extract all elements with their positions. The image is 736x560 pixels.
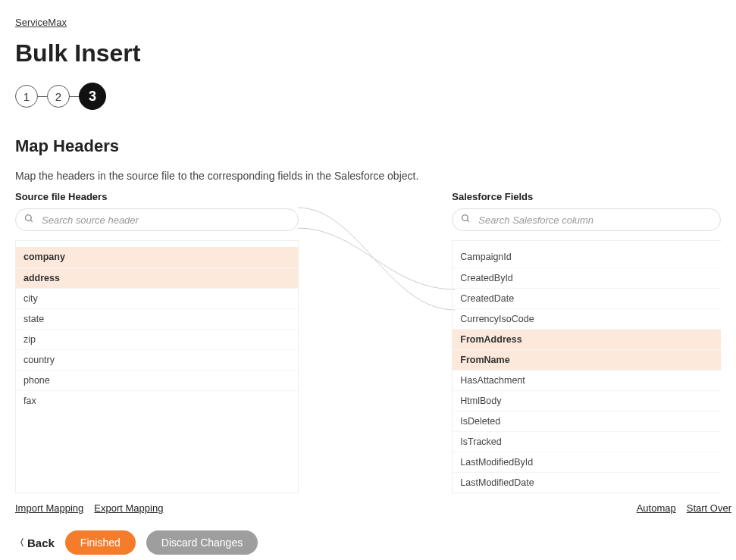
salesforce-row-campaignid[interactable]: CampaignId xyxy=(453,247,721,267)
salesforce-row-lastmodifieddate[interactable]: LastModifiedDate xyxy=(453,472,721,493)
salesforce-row-htmlbody[interactable]: HtmlBody xyxy=(453,390,721,411)
source-row-phone[interactable]: phone xyxy=(16,370,298,390)
salesforce-row-hasattachment[interactable]: HasAttachment xyxy=(453,370,721,390)
finished-button[interactable]: Finished xyxy=(65,530,136,555)
import-mapping-link[interactable]: Import Mapping xyxy=(15,502,83,514)
source-search-input[interactable] xyxy=(15,208,299,231)
source-row-address[interactable]: address xyxy=(16,267,298,288)
source-headers-label: Source file Headers xyxy=(15,191,299,202)
source-row-company[interactable]: company xyxy=(16,247,298,267)
salesforce-row-fromname[interactable]: FromName xyxy=(453,349,721,370)
salesforce-row-currencyisocode[interactable]: CurrencyIsoCode xyxy=(453,308,721,329)
page-title: Bulk Insert xyxy=(15,39,721,67)
step-connector xyxy=(70,96,79,97)
back-button[interactable]: 〈 Back xyxy=(15,537,55,549)
step-2[interactable]: 2 xyxy=(47,85,70,108)
svg-line-1 xyxy=(30,220,33,222)
step-3[interactable]: 3 xyxy=(79,83,106,110)
salesforce-search-input[interactable] xyxy=(452,208,721,231)
chevron-left-icon: 〈 xyxy=(15,537,24,549)
step-connector xyxy=(38,96,47,97)
salesforce-fields-label: Salesforce Fields xyxy=(452,191,721,202)
search-icon xyxy=(461,214,471,226)
back-label: Back xyxy=(27,537,55,549)
salesforce-row-fromaddress[interactable]: FromAddress xyxy=(453,329,721,349)
mapping-connectors xyxy=(298,191,455,444)
start-over-link[interactable]: Start Over xyxy=(687,502,731,514)
section-description: Map the headers in the source file to th… xyxy=(15,170,721,182)
source-row-country[interactable]: country xyxy=(16,349,298,370)
stepper: 1 2 3 xyxy=(15,83,721,110)
source-row-city[interactable]: city xyxy=(16,288,298,308)
automap-link[interactable]: Automap xyxy=(637,502,676,514)
source-list: companyaddresscitystatezipcountryphonefa… xyxy=(15,240,299,493)
discard-button[interactable]: Discard Changes xyxy=(146,530,258,555)
salesforce-row-lastmodifiedbyid[interactable]: LastModifiedById xyxy=(453,452,721,472)
section-title: Map Headers xyxy=(15,136,721,156)
svg-point-0 xyxy=(26,215,32,221)
source-row-zip[interactable]: zip xyxy=(16,329,298,349)
search-icon xyxy=(24,214,34,226)
salesforce-row-createddate[interactable]: CreatedDate xyxy=(453,288,721,308)
source-row-fax[interactable]: fax xyxy=(16,390,298,411)
breadcrumb-link[interactable]: ServiceMax xyxy=(15,17,67,28)
export-mapping-link[interactable]: Export Mapping xyxy=(94,502,163,514)
svg-line-3 xyxy=(467,220,469,222)
source-row-state[interactable]: state xyxy=(16,308,298,329)
salesforce-row-istracked[interactable]: IsTracked xyxy=(453,431,721,452)
salesforce-row-isdeleted[interactable]: IsDeleted xyxy=(453,411,721,431)
salesforce-list[interactable]: CampaignIdCreatedByIdCreatedDateCurrency… xyxy=(452,240,721,493)
step-1[interactable]: 1 xyxy=(15,85,38,108)
salesforce-row-createdbyid[interactable]: CreatedById xyxy=(453,267,721,288)
svg-point-2 xyxy=(462,215,468,221)
